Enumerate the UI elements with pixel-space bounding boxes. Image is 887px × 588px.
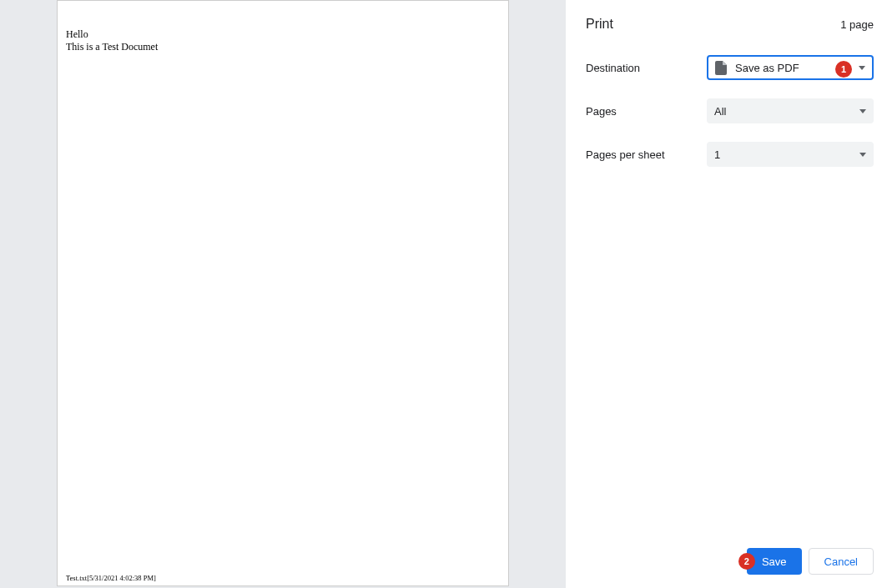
pages-per-sheet-dropdown[interactable]: 1 <box>707 142 874 167</box>
page-content: Hello This is a Test Documet <box>66 28 500 53</box>
destination-row: Destination Save as PDF 1 <box>586 55 874 80</box>
pages-value: All <box>714 105 854 118</box>
pages-per-sheet-label: Pages per sheet <box>586 148 707 161</box>
pages-label: Pages <box>586 105 707 118</box>
chevron-down-icon <box>859 109 866 113</box>
sidebar-footer: 2 Save Cancel <box>586 548 874 575</box>
pages-dropdown[interactable]: All <box>707 98 874 123</box>
destination-dropdown[interactable]: Save as PDF 1 <box>707 55 874 80</box>
doc-line-1: Hello <box>66 28 500 41</box>
pages-row: Pages All <box>586 98 874 123</box>
print-title: Print <box>586 17 613 32</box>
annotation-badge-2: 2 <box>738 553 755 570</box>
print-preview-area: Hello This is a Test Documet Test.txt[5/… <box>0 0 566 588</box>
page-footer: Test.txt[5/31/2021 4:02:38 PM] <box>66 574 156 582</box>
page-count: 1 page <box>840 18 874 31</box>
chevron-down-icon <box>859 153 866 157</box>
pages-per-sheet-value: 1 <box>714 148 854 161</box>
sidebar-header: Print 1 page <box>586 17 874 32</box>
doc-line-2: This is a Test Documet <box>66 41 500 53</box>
print-sidebar: Print 1 page Destination Save as PDF 1 P… <box>566 0 887 588</box>
pages-per-sheet-row: Pages per sheet 1 <box>586 142 874 167</box>
annotation-badge-1: 1 <box>835 61 852 78</box>
page-preview: Hello This is a Test Documet Test.txt[5/… <box>57 0 509 586</box>
pdf-icon <box>715 61 727 75</box>
cancel-button[interactable]: Cancel <box>809 548 874 575</box>
chevron-down-icon <box>859 66 865 70</box>
destination-label: Destination <box>586 62 707 74</box>
